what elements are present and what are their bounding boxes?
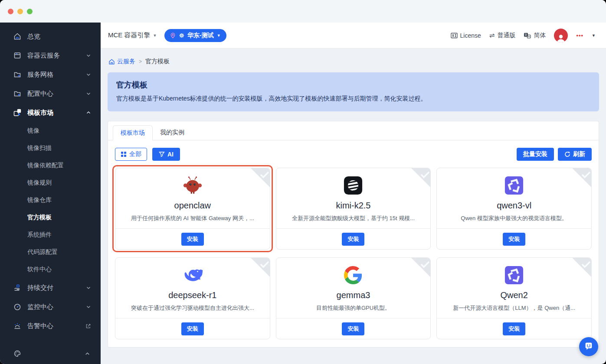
chevron-down-icon: ▼: [153, 33, 157, 38]
sidebar-subitem-official-templates[interactable]: 官方模板: [0, 209, 101, 226]
toolbar: 全部 AI 批量安装 刷新: [115, 148, 592, 161]
subitem-label: 镜像依赖配置: [27, 162, 64, 169]
template-name: gemma3: [276, 290, 431, 300]
install-button[interactable]: 安装: [342, 233, 364, 246]
breadcrumb-current: 官方模板: [145, 58, 170, 65]
page-content: 云服务 > 官方模板 官方模板 官方模板是基于Kubernetes标准提供的统一…: [101, 49, 606, 364]
sidebar-item-config-center[interactable]: 配置中心: [0, 84, 101, 103]
product-switcher[interactable]: MCE 容器引擎 ▼: [108, 31, 157, 39]
chevron-down-icon: [86, 304, 91, 309]
sidebar-item-service-mesh[interactable]: 服务网格: [0, 65, 101, 84]
sidebar-item-label: 总览: [27, 32, 40, 41]
template-card-kimi-k2-5[interactable]: kimi-k2.5 全新开源全能型旗舰级大模型，基于约 15t 规模... 安装: [276, 168, 431, 250]
deepseek-logo: [183, 267, 203, 283]
sidebar-item-container-cloud[interactable]: 容器云服务: [0, 46, 101, 65]
sidebar-subitem-system-plugins[interactable]: 系统插件: [0, 226, 101, 244]
home-icon: [108, 58, 115, 65]
container-icon: [13, 52, 21, 59]
selected-check-icon[interactable]: [411, 168, 430, 187]
template-name: Qwen2: [437, 290, 591, 300]
install-button[interactable]: 安装: [181, 233, 204, 246]
service-mesh-icon: [13, 71, 21, 78]
chat-fab-button[interactable]: [579, 337, 598, 356]
language-switch-button[interactable]: 文A 简体: [524, 32, 546, 39]
install-button[interactable]: 安装: [342, 322, 364, 335]
install-button[interactable]: 安装: [503, 322, 525, 335]
subitem-label: 镜像扫描: [27, 144, 52, 152]
template-description: 用于任何操作系统的 AI 智能体 Gateway 网关，...: [115, 214, 270, 222]
chevron-down-icon[interactable]: ▼: [592, 33, 596, 38]
tab-label: 模板市场: [121, 129, 145, 137]
tabbar: 模板市场 我的实例: [108, 121, 599, 140]
cluster-selector[interactable]: ☸ 华东-测试 ▼: [164, 29, 226, 42]
selected-check-icon[interactable]: [572, 258, 591, 277]
refresh-button[interactable]: 刷新: [558, 148, 592, 161]
template-card-openclaw[interactable]: openclaw 用于任何操作系统的 AI 智能体 Gateway 网关，...…: [115, 168, 270, 250]
template-description: Qwen 模型家族中最强大的视觉语言模型。: [437, 214, 591, 222]
sidebar-subitem-image-rules[interactable]: 镜像规则: [0, 174, 101, 192]
sidebar-item-label: 监控中心: [27, 303, 53, 311]
notification-dots[interactable]: •••: [576, 32, 583, 39]
breadcrumb-separator: >: [139, 58, 142, 65]
selected-check-icon[interactable]: [251, 258, 270, 277]
sidebar-subitem-software-center[interactable]: 软件中心: [0, 261, 101, 278]
subitem-label: 代码源配置: [27, 248, 58, 256]
subitem-label: 官方模板: [27, 214, 52, 221]
delivery-icon: [13, 284, 21, 292]
tab-label: 我的实例: [160, 129, 184, 136]
selected-check-icon[interactable]: [251, 168, 270, 187]
template-description: 全新开源全能型旗舰级大模型，基于约 15t 规模...: [276, 214, 431, 222]
sidebar-item-alert-center[interactable]: 告警中心: [0, 316, 101, 335]
license-label: License: [460, 32, 481, 39]
install-button[interactable]: 安装: [181, 322, 204, 335]
cluster-name: 华东-测试: [187, 32, 214, 39]
subitem-label: 镜像规则: [27, 179, 52, 187]
selected-check-icon[interactable]: [572, 168, 591, 187]
tab-my-instances[interactable]: 我的实例: [153, 125, 192, 140]
close-window-button[interactable]: [8, 9, 13, 14]
maximize-window-button[interactable]: [27, 9, 33, 14]
subitem-label: 镜像仓库: [27, 196, 52, 204]
edition-switch-button[interactable]: ⇌ 普通版: [489, 32, 516, 39]
subitem-label: 系统插件: [27, 231, 52, 239]
sidebar-item-label: 持续交付: [27, 284, 53, 292]
app-window: 总览 容器云服务 服务网格 配置中心: [0, 0, 606, 364]
chevron-down-icon: ▼: [217, 33, 221, 38]
template-market-icon: [13, 109, 21, 117]
template-card-gemma3[interactable]: gemma3 目前性能最强的单GPU机型。 安装: [276, 257, 431, 339]
info-banner: 官方模板 官方模板是基于Kubernetes标准提供的统一的安装模版，高效地实现…: [108, 72, 599, 111]
tab-template-market[interactable]: 模板市场: [113, 125, 153, 140]
chevron-down-icon: [86, 285, 91, 290]
user-avatar[interactable]: [554, 29, 568, 42]
filter-all-button[interactable]: 全部: [115, 148, 147, 161]
sidebar-item-label: 服务网格: [27, 71, 53, 79]
collapse-sidebar-icon[interactable]: [85, 351, 90, 357]
titlebar: [0, 0, 606, 23]
chevron-down-icon: [86, 91, 91, 96]
sidebar-subitem-images[interactable]: 镜像: [0, 122, 101, 140]
license-button[interactable]: License: [451, 32, 481, 39]
sidebar-item-overview[interactable]: 总览: [0, 27, 101, 46]
template-card-qwen2[interactable]: Qwen2 新一代开源大语言模型（LLM），是 Qwen（通... 安装: [436, 257, 592, 339]
install-button[interactable]: 安装: [503, 233, 525, 246]
alarm-icon: [13, 322, 21, 330]
sidebar-subitem-image-registry[interactable]: 镜像仓库: [0, 192, 101, 209]
sidebar-item-template-market[interactable]: 模板市场: [0, 103, 101, 122]
filter-ai-button[interactable]: AI: [152, 148, 180, 161]
funnel-icon: [159, 151, 165, 157]
theme-palette-icon[interactable]: [13, 350, 21, 358]
sidebar-item-continuous-delivery[interactable]: 持续交付: [0, 278, 101, 297]
batch-install-button[interactable]: 批量安装: [517, 148, 554, 161]
external-link-icon: [85, 323, 91, 329]
breadcrumb-root-link[interactable]: 云服务: [108, 58, 135, 65]
sidebar-subitem-image-scan[interactable]: 镜像扫描: [0, 140, 101, 157]
template-card-deepseek-r1[interactable]: deepseek-r1 突破在于通过强化学习驱动模型自主进化出强大... 安装: [115, 257, 270, 339]
banner-description: 官方模板是基于Kubernetes标准提供的统一的安装模版，高效地实现了模板的快…: [116, 95, 590, 103]
svg-text:A: A: [528, 35, 531, 38]
sidebar-subitem-image-dependency[interactable]: 镜像依赖配置: [0, 157, 101, 174]
selected-check-icon[interactable]: [411, 258, 430, 277]
template-card-qwen3-vl[interactable]: qwen3-vl Qwen 模型家族中最强大的视觉语言模型。 安装: [436, 168, 592, 250]
sidebar-subitem-code-source[interactable]: 代码源配置: [0, 244, 101, 261]
sidebar-item-monitor-center[interactable]: 监控中心: [0, 297, 101, 316]
minimize-window-button[interactable]: [17, 9, 23, 14]
